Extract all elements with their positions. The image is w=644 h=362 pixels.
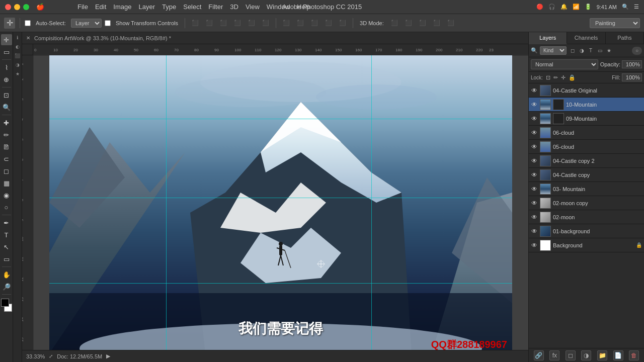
eyedropper-tool[interactable]: 🔍 bbox=[1, 102, 12, 113]
info-icon[interactable]: ℹ bbox=[14, 34, 21, 41]
menu-filter[interactable]: Filter bbox=[208, 3, 223, 11]
tab-paths[interactable]: Paths bbox=[606, 32, 644, 44]
align-center-icon[interactable]: ⬛ bbox=[246, 19, 257, 27]
3d-icon3[interactable]: ⬛ bbox=[417, 19, 428, 27]
auto-select-checkbox[interactable] bbox=[25, 20, 31, 26]
filter-type-icon[interactable]: T bbox=[587, 47, 595, 55]
add-mask-btn[interactable]: ◻ bbox=[566, 350, 576, 360]
layer-visibility-toggle[interactable]: 👁 bbox=[531, 228, 538, 235]
align-left-icon[interactable]: ⬛ bbox=[232, 19, 243, 27]
fill-input[interactable] bbox=[622, 73, 642, 81]
doc-arrow[interactable]: ▶ bbox=[106, 353, 110, 359]
menu-file[interactable]: File bbox=[77, 3, 88, 11]
crop-tool[interactable]: ⊡ bbox=[1, 89, 12, 101]
minimize-button[interactable] bbox=[14, 4, 20, 10]
brush-tool[interactable]: ✏ bbox=[1, 129, 12, 140]
opacity-input[interactable] bbox=[622, 60, 642, 68]
filter-pixel-icon[interactable]: ◻ bbox=[569, 47, 577, 55]
color-boxes[interactable] bbox=[1, 299, 12, 312]
layer-visibility-toggle[interactable]: 👁 bbox=[531, 200, 538, 207]
pen-tool[interactable]: ✒ bbox=[1, 217, 12, 228]
healing-tool[interactable]: ✚ bbox=[1, 117, 12, 128]
layer-kind-select[interactable]: Kind Name Effect Mode bbox=[540, 46, 567, 55]
align-bottom-icon[interactable]: ⬛ bbox=[218, 19, 229, 27]
clone-tool[interactable]: 🖹 bbox=[1, 141, 12, 152]
layer-visibility-toggle[interactable]: 👁 bbox=[531, 157, 538, 164]
transform-controls-checkbox[interactable] bbox=[105, 20, 111, 26]
filter-smart-icon[interactable]: ★ bbox=[605, 47, 613, 55]
link-layers-btn[interactable]: 🔗 bbox=[534, 350, 544, 360]
close-button[interactable] bbox=[5, 4, 11, 10]
tab-layers[interactable]: Layers bbox=[529, 32, 567, 44]
layer-item[interactable]: 👁 Background 🔒 bbox=[529, 238, 644, 252]
auto-select-dropdown[interactable]: Layer Group bbox=[71, 19, 102, 28]
lock-transparent-icon[interactable]: ⊡ bbox=[546, 74, 550, 81]
layer-item[interactable]: 👁 04-Castle Original bbox=[529, 83, 644, 98]
layer-visibility-toggle[interactable]: 👁 bbox=[531, 115, 538, 122]
gradient-tool[interactable]: ▦ bbox=[1, 177, 12, 189]
3d-icon4[interactable]: ⬛ bbox=[431, 19, 442, 27]
layer-item[interactable]: 👁 01-background bbox=[529, 224, 644, 238]
3d-icon1[interactable]: ⬛ bbox=[389, 19, 400, 27]
path-select-tool[interactable]: ↖ bbox=[1, 241, 12, 252]
delete-layer-btn[interactable]: 🗑 bbox=[629, 350, 639, 360]
history-tool[interactable]: ⊂ bbox=[1, 153, 12, 164]
new-group-btn[interactable]: 📁 bbox=[597, 350, 607, 360]
layer-item[interactable]: 👁 10-Mountain bbox=[529, 98, 644, 112]
apple-menu[interactable]: 🍎 bbox=[36, 3, 44, 11]
layer-item[interactable]: 👁 09-Mountain bbox=[529, 112, 644, 126]
marquee-tool[interactable]: ▭ bbox=[1, 46, 12, 57]
foreground-color[interactable] bbox=[1, 299, 9, 307]
workspace-select[interactable]: Painting Essentials Photography bbox=[590, 18, 640, 28]
layer-item[interactable]: 👁 06-cloud bbox=[529, 126, 644, 140]
dist1-icon[interactable]: ⬛ bbox=[281, 19, 292, 27]
lock-image-icon[interactable]: ✏ bbox=[553, 74, 558, 81]
layer-item[interactable]: 👁 05-cloud bbox=[529, 140, 644, 154]
layer-visibility-toggle[interactable]: 👁 bbox=[531, 101, 538, 108]
blend-mode-select[interactable]: Normal Multiply Screen Overlay bbox=[531, 59, 598, 69]
canvas-area[interactable]: 我们需要记得 QQ群288189967 bbox=[33, 55, 528, 350]
dist4-icon[interactable]: ⬛ bbox=[323, 19, 334, 27]
color-icon[interactable]: ◐ bbox=[14, 43, 21, 50]
dist5-icon[interactable]: ⬛ bbox=[337, 19, 348, 27]
layer-visibility-toggle[interactable]: 👁 bbox=[531, 87, 538, 94]
dist3-icon[interactable]: ⬛ bbox=[309, 19, 320, 27]
layer-visibility-toggle[interactable]: 👁 bbox=[531, 129, 538, 136]
layer-item[interactable]: 👁 04-Castle copy 2 bbox=[529, 154, 644, 168]
layer-visibility-toggle[interactable]: 👁 bbox=[531, 143, 538, 150]
hand-tool[interactable]: ✋ bbox=[1, 269, 12, 280]
layer-visibility-toggle[interactable]: 👁 bbox=[531, 171, 538, 178]
menu-view[interactable]: View bbox=[246, 3, 260, 11]
layer-item[interactable]: 👁 03- Mountain bbox=[529, 182, 644, 196]
layer-visibility-toggle[interactable]: 👁 bbox=[531, 242, 538, 249]
dist2-icon[interactable]: ⬛ bbox=[295, 19, 306, 27]
menu-select[interactable]: Select bbox=[183, 3, 201, 11]
dodge-tool[interactable]: ○ bbox=[1, 202, 12, 213]
shape-tool[interactable]: ▭ bbox=[1, 253, 12, 264]
layer-visibility-toggle[interactable]: 👁 bbox=[531, 186, 538, 193]
lasso-tool[interactable]: ⌇ bbox=[1, 62, 12, 73]
canvas-image[interactable]: 我们需要记得 QQ群288189967 bbox=[49, 55, 512, 350]
styles-icon[interactable]: ★ bbox=[14, 70, 21, 77]
eraser-tool[interactable]: ◻ bbox=[1, 165, 12, 176]
zoom-icon[interactable]: ⤢ bbox=[49, 353, 53, 359]
canvas-container[interactable]: 0 10 20 30 40 50 60 70 80 90 100 110 120… bbox=[22, 44, 528, 350]
layer-item[interactable]: 👁 04-Castle copy bbox=[529, 168, 644, 182]
align-vert-icon[interactable]: ⬛ bbox=[204, 19, 215, 27]
adjustment-icon[interactable]: ◑ bbox=[14, 61, 21, 68]
filter-shape-icon[interactable]: ▭ bbox=[596, 47, 604, 55]
move-tool-icon[interactable]: ✛ bbox=[4, 18, 15, 29]
filter-adj-icon[interactable]: ◑ bbox=[578, 47, 586, 55]
menu-edit[interactable]: Edit bbox=[95, 3, 106, 11]
move-tool[interactable]: ✛ bbox=[1, 34, 12, 45]
new-adjustment-btn[interactable]: ◑ bbox=[581, 350, 591, 360]
menu-layer[interactable]: Layer bbox=[139, 3, 155, 11]
3d-icon5[interactable]: ⬛ bbox=[445, 19, 456, 27]
align-right-icon[interactable]: ⬛ bbox=[260, 19, 271, 27]
menu-type[interactable]: Type bbox=[162, 3, 176, 11]
menu-image[interactable]: Image bbox=[113, 3, 131, 11]
filter-toggle[interactable]: ○ bbox=[632, 47, 642, 55]
layer-visibility-toggle[interactable]: 👁 bbox=[531, 214, 538, 221]
swatches-icon[interactable]: ⬛ bbox=[14, 52, 21, 59]
add-style-btn[interactable]: fx bbox=[549, 350, 559, 360]
